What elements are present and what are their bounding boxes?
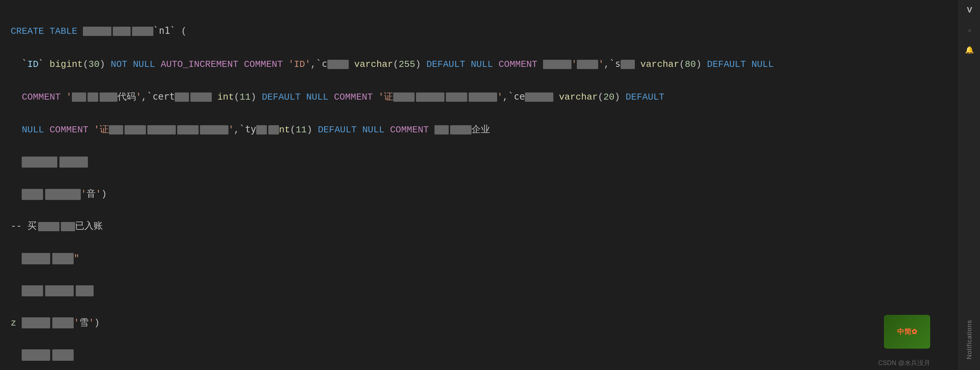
star-icon[interactable]: ☆ [963,24,976,36]
bell-icon[interactable]: 🔔 [963,43,976,56]
right-sidebar: V ☆ 🔔 Notifications [959,0,980,370]
code-editor: CREATE TABLE `n1` ( `ID` bigint(30) NOT … [0,0,959,370]
corner-widget-text: 中简✿ [897,327,917,337]
sql-code: CREATE TABLE `n1` ( `ID` bigint(30) NOT … [11,7,948,370]
notifications-label: Notifications [966,320,973,359]
corner-widget: 中简✿ [884,315,930,349]
watermark: CSDN @水兵没月 [878,359,930,367]
view-icon[interactable]: V [963,3,976,16]
